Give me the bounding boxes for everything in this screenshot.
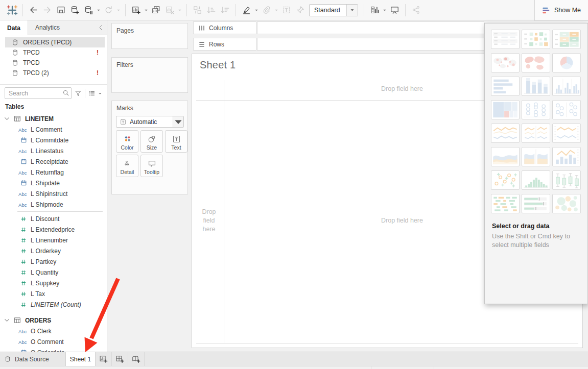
showme-area-discrete-thumbnail[interactable] xyxy=(522,147,550,166)
showme-text-table-thumbnail[interactable] xyxy=(491,30,520,49)
showme-bullet-graph-thumbnail[interactable] xyxy=(522,194,550,213)
field-item[interactable]: AbcL Comment xyxy=(0,124,107,135)
showme-gantt-thumbnail[interactable] xyxy=(491,194,520,213)
highlight-button[interactable] xyxy=(240,3,253,17)
presentation-mode-button[interactable] xyxy=(388,3,402,17)
showme-lines-continuous-thumbnail[interactable] xyxy=(491,124,520,143)
field-item[interactable]: L Orderkey xyxy=(0,245,107,256)
pages-shelf[interactable]: Pages xyxy=(111,23,188,49)
showme-highlight-table-thumbnail[interactable] xyxy=(552,30,581,49)
showme-scatter-plot-thumbnail[interactable] xyxy=(491,170,520,190)
columns-shelf[interactable] xyxy=(257,21,484,34)
new-dashboard-tab-button[interactable] xyxy=(112,352,128,366)
fit-select-caret-icon[interactable] xyxy=(346,5,358,16)
sort-descending-button[interactable] xyxy=(218,3,232,17)
marks-detail-button[interactable]: Detail xyxy=(116,155,138,177)
field-item[interactable]: L Extendedprice xyxy=(0,224,107,235)
chevron-down-icon[interactable] xyxy=(4,115,10,122)
field-item[interactable]: AbcO Comment xyxy=(0,336,107,347)
chevron-down-icon[interactable] xyxy=(4,317,10,324)
filter-fields-icon[interactable] xyxy=(75,89,82,98)
showme-treemap-thumbnail[interactable] xyxy=(491,100,520,119)
field-item[interactable]: L Discount xyxy=(0,213,107,224)
showme-heat-map-thumbnail[interactable] xyxy=(522,30,550,49)
tab-analytics[interactable]: Analytics xyxy=(28,20,67,35)
undo-button[interactable] xyxy=(27,3,40,17)
showme-filled-map-thumbnail[interactable] xyxy=(522,53,550,72)
save-button[interactable] xyxy=(54,3,68,17)
field-item[interactable]: AbcL Returnflag xyxy=(0,167,107,178)
drop-zone-rows[interactable]: Dropfieldhere xyxy=(198,208,220,234)
field-item[interactable]: L Quantity xyxy=(0,267,107,278)
clear-sheet-button-caret-icon[interactable] xyxy=(177,3,183,17)
field-item[interactable]: L Partkey xyxy=(0,256,107,267)
pause-auto-updates-button-caret-icon[interactable] xyxy=(96,3,102,17)
field-item[interactable]: AbcL Linestatus xyxy=(0,145,107,156)
sheet1-tab[interactable]: Sheet 1 xyxy=(66,352,96,366)
fix-axes-button[interactable] xyxy=(293,3,307,17)
showme-pie-chart-thumbnail[interactable] xyxy=(552,53,581,72)
field-item[interactable]: L Receiptdate xyxy=(0,156,107,167)
collapse-pane-button[interactable] xyxy=(95,20,107,35)
datasource-item[interactable]: ORDERS (TPCD) xyxy=(5,37,105,47)
tab-data[interactable]: Data xyxy=(0,20,28,35)
showme-box-and-whisker-thumbnail[interactable] xyxy=(552,170,581,190)
datasource-item[interactable]: TPCD (2)! xyxy=(5,68,105,78)
table-item-orders[interactable]: ORDERS xyxy=(0,315,107,326)
run-update-button-caret-icon[interactable] xyxy=(115,3,122,17)
marks-tooltip-button[interactable]: Tooltip xyxy=(140,155,163,177)
marks-size-button[interactable]: Size xyxy=(140,130,163,153)
field-item[interactable]: AbcL Shipmode xyxy=(0,199,107,210)
marks-color-button[interactable]: Color xyxy=(116,130,138,153)
highlight-button-caret-icon[interactable] xyxy=(253,3,260,17)
field-item[interactable]: AbcL Shipinstruct xyxy=(0,188,107,199)
showme-area-continuous-thumbnail[interactable] xyxy=(491,147,520,166)
field-item[interactable]: LINEITEM (Count) xyxy=(0,299,107,310)
datasource-item[interactable]: TPCD! xyxy=(5,47,105,58)
showme-horizontal-bars-thumbnail[interactable] xyxy=(491,77,520,96)
view-options-icon[interactable] xyxy=(88,89,96,98)
mark-type-caret-icon[interactable] xyxy=(173,116,183,127)
view-options-caret-icon[interactable] xyxy=(98,91,102,96)
field-item[interactable]: L Shipdate xyxy=(0,178,107,188)
show-me-button[interactable]: Show Me xyxy=(534,0,588,21)
showme-lines-discrete-thumbnail[interactable] xyxy=(522,124,550,143)
show-hide-cards-button[interactable] xyxy=(368,3,382,17)
group-members-button[interactable] xyxy=(260,3,273,17)
filters-shelf[interactable]: Filters xyxy=(111,57,188,93)
data-source-tab[interactable]: Data Source xyxy=(0,352,66,366)
show-mark-labels-button[interactable] xyxy=(279,3,293,17)
fit-select[interactable]: Standard xyxy=(309,4,358,16)
showme-dual-combination-thumbnail[interactable] xyxy=(552,147,581,166)
new-story-tab-button[interactable] xyxy=(128,352,145,366)
clear-sheet-button[interactable] xyxy=(163,3,177,17)
search-input[interactable] xyxy=(5,87,72,99)
datasource-item[interactable]: TPCD xyxy=(5,58,105,68)
showme-side-by-side-circles-thumbnail[interactable] xyxy=(552,100,581,119)
sort-ascending-button[interactable] xyxy=(204,3,218,17)
showme-stacked-bars-thumbnail[interactable] xyxy=(522,77,550,96)
group-members-button-caret-icon[interactable] xyxy=(273,3,279,17)
field-item[interactable]: AbcO Clerk xyxy=(0,326,107,336)
showme-packed-bubbles-thumbnail[interactable] xyxy=(552,194,581,213)
redo-button[interactable] xyxy=(40,3,54,17)
new-worksheet-button-caret-icon[interactable] xyxy=(143,3,149,17)
share-workbook-button[interactable] xyxy=(409,3,423,17)
showme-circle-views-thumbnail[interactable] xyxy=(522,100,550,119)
showme-histogram-thumbnail[interactable] xyxy=(522,170,550,190)
duplicate-sheet-button[interactable] xyxy=(149,3,163,17)
new-datasource-button[interactable] xyxy=(68,3,82,17)
field-item[interactable]: O Orderdate xyxy=(0,347,107,352)
field-item[interactable]: L Commitdate xyxy=(0,135,107,145)
showme-side-by-side-bars-thumbnail[interactable] xyxy=(552,77,581,96)
marks-text-button[interactable]: Text xyxy=(165,130,187,153)
table-item-lineitem[interactable]: LINEITEM xyxy=(0,113,107,124)
pause-auto-updates-button[interactable] xyxy=(82,3,96,17)
new-worksheet-tab-button[interactable] xyxy=(96,352,112,366)
swap-rows-columns-button[interactable] xyxy=(191,3,204,17)
field-item[interactable]: L Suppkey xyxy=(0,278,107,288)
new-worksheet-button[interactable] xyxy=(129,3,143,17)
showme-dual-lines-thumbnail[interactable] xyxy=(552,124,581,143)
rows-shelf[interactable] xyxy=(257,38,484,51)
field-item[interactable]: L Tax xyxy=(0,288,107,299)
